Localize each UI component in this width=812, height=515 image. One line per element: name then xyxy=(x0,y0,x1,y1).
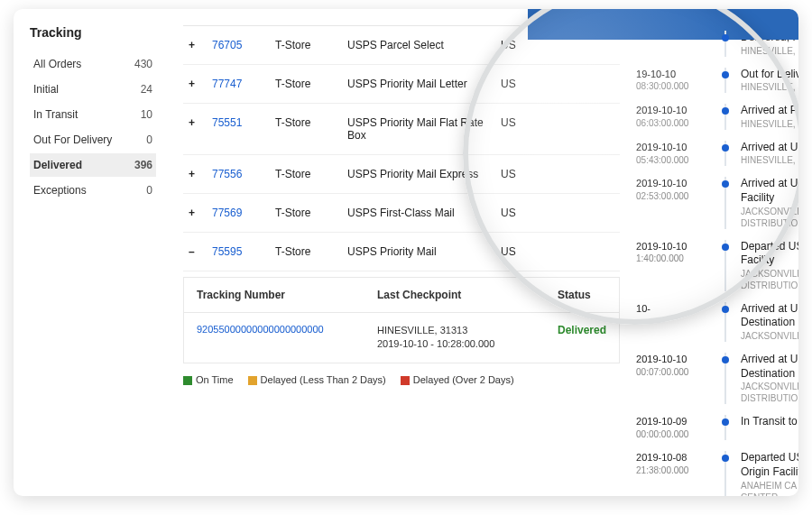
tracking-sidebar: Tracking All Orders 430 Initial 24 In Tr… xyxy=(30,25,156,485)
expand-toggle[interactable]: + xyxy=(189,39,212,51)
timeline-time: 08:30:00.000 xyxy=(636,80,710,93)
last-checkpoint: HINESVILLE, 31313 2019-10-10 - 10:28:00.… xyxy=(377,324,558,352)
timeline-connector xyxy=(719,177,732,228)
timeline-time: 06:03:00.000 xyxy=(636,117,710,130)
order-country: US xyxy=(501,207,537,219)
legend-delayed-gt2: Delayed (Over 2 Days) xyxy=(401,374,514,385)
order-id-link[interactable]: 75595 xyxy=(212,245,275,258)
sidebar-item-count: 396 xyxy=(134,159,152,171)
detail-row: 92055000000000000000000 HINESVILLE, 3131… xyxy=(184,313,619,363)
status-badge: Delivered xyxy=(558,324,606,352)
order-store: T-Store xyxy=(275,245,347,258)
timeline-text: Arrived at Post OfficeHINESVILLE, 31313 xyxy=(741,104,798,130)
order-id-link[interactable]: 77569 xyxy=(212,207,275,219)
timeline-event-title: Arrived at USPS Regional Destination Fac… xyxy=(741,302,798,330)
expand-toggle[interactable]: + xyxy=(189,168,212,180)
timeline-event-subtitle: HINESVILLE, 31313 xyxy=(741,154,798,166)
order-row: + 75551 T-Store USPS Priority Mail Flat … xyxy=(183,104,620,155)
timeline-event-subtitle: HINESVILLE, 31313 xyxy=(741,118,798,130)
timeline-item: 19-10-1008:30:00.000Out for DeliveryHINE… xyxy=(636,62,798,99)
timeline-time: 00:07:00.000 xyxy=(636,366,710,379)
timeline-item: 2019-10-1006:03:00.000Arrived at Post Of… xyxy=(636,98,798,135)
sidebar-item-label: Exceptions xyxy=(33,184,87,197)
sidebar-item-exceptions[interactable]: Exceptions 0 xyxy=(30,179,156,202)
timeline-event-title: Departed USPS Regional Facility xyxy=(741,240,798,268)
order-service: USPS Priority Mail Letter xyxy=(347,78,501,90)
order-service: USPS First-Class Mail xyxy=(347,207,501,219)
timeline-date: 2019-10-1002:53:00.000 xyxy=(636,177,710,228)
timeline-item: 2019-10-1005:43:00.000Arrived at USPS Fa… xyxy=(636,135,798,172)
status-legend: On Time Delayed (Less Than 2 Days) Delay… xyxy=(183,374,620,385)
expand-toggle[interactable]: + xyxy=(189,78,212,90)
timeline-connector xyxy=(719,415,732,440)
order-id-link[interactable]: 77747 xyxy=(212,78,275,90)
sidebar-item-initial[interactable]: Initial 24 xyxy=(30,78,156,101)
timeline-date: 10- xyxy=(636,302,710,342)
timeline-dot-icon xyxy=(722,34,729,41)
panel-header-bar xyxy=(528,9,798,40)
checkpoint-location: HINESVILLE, 31313 xyxy=(377,325,467,336)
timeline-time: 1:40:00.000 xyxy=(636,253,710,265)
swatch-orange xyxy=(248,376,257,385)
order-detail-table: Tracking Number Last Checkpoint Status 9… xyxy=(183,277,620,363)
sidebar-item-all-orders[interactable]: All Orders 430 xyxy=(30,52,156,76)
timeline-text: Departed USPS Regional Origin FacilityAN… xyxy=(741,451,798,496)
timeline-dot-icon xyxy=(722,71,729,78)
timeline-date: 2019-10-0821:38:00.000 xyxy=(636,451,710,496)
timeline-dot-icon xyxy=(722,455,729,462)
expand-toggle[interactable]: + xyxy=(189,116,212,129)
order-row: + 77569 T-Store USPS First-Class Mail US xyxy=(183,194,620,233)
tracking-number-link[interactable]: 92055000000000000000000 xyxy=(197,324,377,352)
sidebar-item-count: 0 xyxy=(146,184,152,197)
timeline-text: Arrived at USPS FacilityHINESVILLE, 3131… xyxy=(741,141,798,167)
timeline-connector xyxy=(719,31,732,57)
timeline-item: 10-Arrived at USPS Regional Destination … xyxy=(636,297,798,347)
order-service: USPS Priority Mail Express xyxy=(347,168,501,180)
timeline-dot-icon xyxy=(722,356,729,363)
timeline-connector xyxy=(719,451,732,496)
timeline-date: 2019-10-0900:00:00.000 xyxy=(636,415,710,440)
orders-table: + 76705 T-Store USPS Parcel Select US + … xyxy=(183,25,620,271)
detail-header-row: Tracking Number Last Checkpoint Status xyxy=(184,278,619,313)
timeline-text: Out for DeliveryHINESVILLE, 31313 xyxy=(741,68,798,94)
timeline-event-title: Arrived at USPS Regional Facility xyxy=(741,177,798,205)
timeline-connector xyxy=(719,302,732,342)
timeline-event-title: Arrived at USPS Facility xyxy=(741,141,798,155)
sidebar-item-out-for-delivery[interactable]: Out For Delivery 0 xyxy=(30,128,156,152)
timeline-dot-icon xyxy=(722,144,729,152)
expand-toggle[interactable]: + xyxy=(189,207,212,219)
order-id-link[interactable]: 76705 xyxy=(212,39,275,51)
sidebar-item-label: Delivered xyxy=(33,159,82,171)
order-id-link[interactable]: 77556 xyxy=(212,168,275,180)
timeline-dot-icon xyxy=(722,244,729,251)
order-store: T-Store xyxy=(275,207,347,219)
collapse-toggle[interactable]: – xyxy=(189,245,212,258)
checkpoint-time: 2019-10-10 - 10:28:00.000 xyxy=(377,338,494,349)
sidebar-item-count: 0 xyxy=(146,133,152,146)
timeline-event-title: Departed USPS Regional Origin Facility xyxy=(741,451,798,479)
timeline-date: 2019-10-1006:03:00.000 xyxy=(636,104,710,130)
order-country: US xyxy=(501,116,537,129)
sidebar-item-delivered[interactable]: Delivered 396 xyxy=(30,153,156,177)
order-row: – 75595 T-Store USPS Priority Mail US xyxy=(183,233,620,271)
timeline-item: 2019-10-1002:53:00.000Arrived at USPS Re… xyxy=(636,171,798,234)
order-id-link[interactable]: 75551 xyxy=(212,116,275,129)
sidebar-item-label: Out For Delivery xyxy=(33,133,112,146)
order-store: T-Store xyxy=(275,168,347,180)
sidebar-item-count: 10 xyxy=(141,108,152,121)
sidebar-item-label: Initial xyxy=(33,83,59,96)
timeline-event-subtitle: JACKSONVILLE FL NETWORK DISTRIBUTION CEN… xyxy=(741,381,798,404)
order-service: USPS Priority Mail xyxy=(347,245,501,258)
order-store: T-Store xyxy=(275,78,347,90)
sidebar-item-count: 430 xyxy=(134,58,152,70)
order-country: US xyxy=(501,245,537,258)
timeline-dot-icon xyxy=(722,418,729,426)
timeline-date: 2019-10-1005:43:00.000 xyxy=(636,141,710,167)
timeline-event-subtitle: ANAHEIM CA DISTRIBUTION CENTER, xyxy=(741,480,798,496)
sidebar-item-in-transit[interactable]: In Transit 10 xyxy=(30,103,156,126)
timeline-time: 21:38:00.000 xyxy=(636,464,710,477)
timeline-event-title: Arrived at USPS Regional Destination Fac… xyxy=(741,353,798,381)
timeline-connector xyxy=(719,68,732,94)
swatch-red xyxy=(401,376,410,385)
legend-delayed-lt2: Delayed (Less Than 2 Days) xyxy=(248,374,386,385)
